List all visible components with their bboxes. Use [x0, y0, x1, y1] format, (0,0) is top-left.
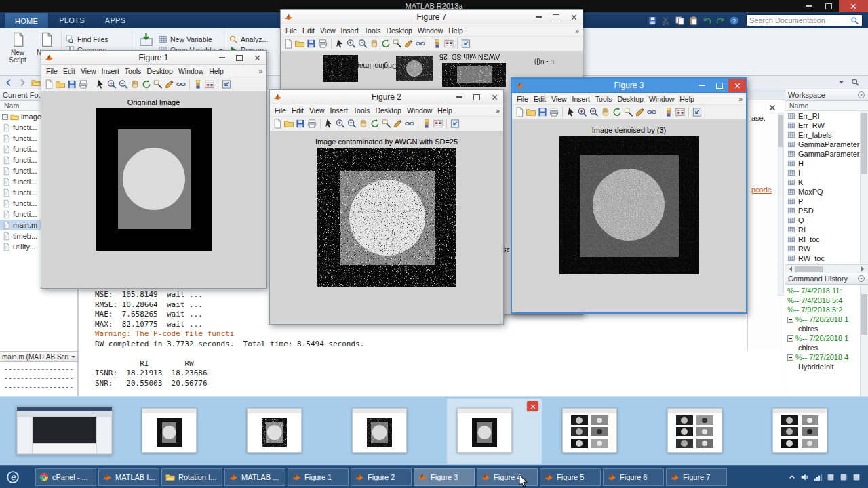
taskbar-button[interactable]: cPanel - ...	[35, 468, 96, 486]
zoom-in-icon[interactable]	[335, 119, 346, 129]
data-cursor-icon[interactable]	[153, 79, 163, 89]
data-cursor-icon[interactable]	[392, 39, 403, 49]
workspace-variable-row[interactable]: P	[785, 197, 860, 206]
taskbar-button[interactable]: MATLAB I...	[98, 468, 159, 486]
save-icon[interactable]	[295, 119, 306, 129]
undo-icon[interactable]	[702, 16, 712, 26]
pan-icon[interactable]	[358, 119, 369, 129]
maximize-button[interactable]	[231, 51, 248, 64]
menu-overflow-icon[interactable]: »	[496, 106, 503, 115]
zoom-out-icon[interactable]	[589, 107, 599, 117]
taskbar-button[interactable]: Figure 2	[351, 468, 412, 486]
menu-item[interactable]: Window	[646, 95, 677, 103]
editor-close-icon[interactable]	[769, 104, 776, 111]
preview-thumbnail-matlab[interactable]	[16, 406, 113, 455]
cut-icon[interactable]	[661, 16, 671, 26]
maximize-button[interactable]	[468, 90, 486, 104]
collapse-icon[interactable]	[787, 317, 793, 323]
save-icon[interactable]	[537, 107, 548, 117]
menu-item[interactable]: File	[43, 67, 60, 75]
taskbar-button[interactable]: Rotation I...	[161, 468, 222, 486]
brush-icon[interactable]	[164, 79, 175, 89]
workspace-variable-row[interactable]: H	[785, 159, 860, 168]
dock-icon[interactable]	[692, 107, 703, 117]
panel-menu-icon[interactable]	[857, 274, 865, 283]
open-icon[interactable]	[526, 107, 536, 117]
new-icon[interactable]	[43, 79, 54, 89]
back-icon[interactable]	[4, 78, 14, 87]
taskbar-button[interactable]: MATLAB ...	[224, 468, 285, 486]
menu-item[interactable]: Insert	[99, 67, 122, 75]
print-icon[interactable]	[317, 39, 328, 49]
workspace-variable-row[interactable]: Err_labels	[785, 130, 860, 140]
open-icon[interactable]	[55, 79, 66, 89]
menu-item[interactable]: Edit	[289, 106, 307, 115]
save-icon[interactable]	[306, 39, 317, 49]
colorbar-icon[interactable]	[193, 79, 203, 89]
workspace-hscrollbar[interactable]	[785, 264, 868, 273]
legend-icon[interactable]	[204, 79, 215, 89]
open-icon[interactable]	[283, 119, 294, 129]
help-icon[interactable]	[729, 16, 739, 26]
show-hidden-icon[interactable]	[787, 472, 797, 482]
status-icon[interactable]	[826, 472, 835, 482]
history-item[interactable]: cbires	[785, 343, 860, 352]
search-input[interactable]	[749, 16, 850, 24]
link-icon[interactable]	[404, 119, 415, 129]
caret-down-icon[interactable]	[837, 78, 846, 87]
find-files-button[interactable]: Find Files	[65, 35, 108, 44]
save-icon[interactable]	[66, 79, 77, 89]
preview-thumbnail-figure2[interactable]	[247, 408, 302, 453]
network-icon[interactable]	[813, 472, 823, 482]
ie-taskbar-button[interactable]	[0, 467, 26, 487]
folder-icon[interactable]	[31, 78, 41, 87]
maximize-button[interactable]	[818, 0, 839, 12]
history-item[interactable]: %-- 7/4/2018 5:4	[785, 296, 860, 305]
new-icon[interactable]	[272, 119, 283, 129]
menu-item[interactable]: Desktop	[383, 26, 415, 35]
close-button[interactable]	[486, 90, 503, 104]
status-icon[interactable]	[839, 472, 848, 482]
data-cursor-icon[interactable]	[623, 107, 634, 117]
menu-item[interactable]: Window	[176, 67, 206, 75]
data-cursor-icon[interactable]	[381, 119, 392, 129]
taskbar-button[interactable]: Figure 6	[603, 468, 664, 486]
rotate-icon[interactable]	[141, 79, 152, 89]
preview-thumbnail-figure6[interactable]	[667, 408, 722, 453]
zoom-out-icon[interactable]	[347, 119, 357, 129]
legend-icon[interactable]	[443, 39, 454, 49]
menu-item[interactable]: Desktop	[144, 67, 176, 75]
menu-item[interactable]: Insert	[570, 95, 593, 103]
menu-item[interactable]: Window	[415, 26, 446, 35]
menu-item[interactable]: Edit	[60, 67, 78, 75]
menu-item[interactable]: Tools	[593, 95, 615, 103]
analyze-code-button[interactable]: Analyz...	[229, 35, 268, 44]
copy-icon[interactable]	[675, 16, 685, 26]
rotate-icon[interactable]	[612, 107, 623, 117]
taskbar-button[interactable]: Figure 1	[288, 468, 349, 486]
taskbar-button[interactable]: Figure 5	[540, 468, 601, 486]
minimize-button[interactable]	[798, 0, 818, 12]
link-icon[interactable]	[415, 39, 426, 49]
menu-item[interactable]: Edit	[300, 26, 317, 35]
legend-icon[interactable]	[433, 119, 443, 129]
history-item[interactable]: %-- 7/9/2018 5:2	[785, 305, 860, 314]
dock-icon[interactable]	[460, 39, 471, 49]
figure-titlebar[interactable]: Figure 7	[281, 10, 583, 24]
print-icon[interactable]	[78, 79, 89, 89]
preview-thumbnail-figure1[interactable]	[142, 408, 197, 453]
workspace-variable-row[interactable]: Q	[785, 216, 860, 225]
colorbar-icon[interactable]	[432, 39, 443, 49]
panel-menu-icon[interactable]	[857, 91, 865, 99]
new-script-button[interactable]: NewScript	[3, 32, 33, 64]
figure-titlebar[interactable]: Figure 1	[41, 51, 266, 65]
menu-item[interactable]: View	[307, 106, 328, 115]
workspace-variable-row[interactable]: RI	[785, 225, 860, 235]
preview-thumbnail-figure4[interactable]	[457, 408, 512, 453]
menu-item[interactable]: Tools	[351, 106, 373, 115]
cursor-icon[interactable]	[323, 119, 334, 129]
zoom-in-icon[interactable]	[346, 39, 357, 49]
menu-overflow-icon[interactable]: »	[575, 26, 583, 35]
dock-icon[interactable]	[221, 79, 232, 89]
menu-item[interactable]: File	[272, 106, 289, 115]
